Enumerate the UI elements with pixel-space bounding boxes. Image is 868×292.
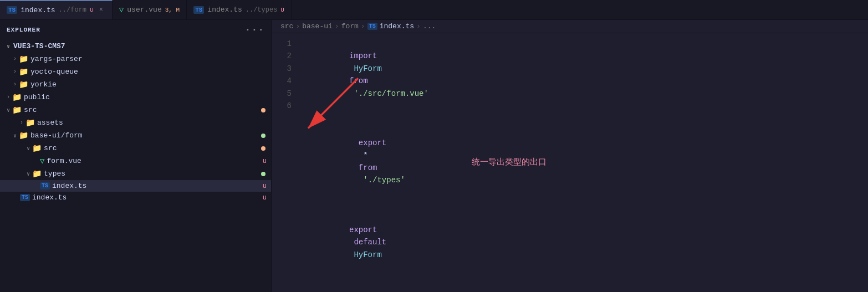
main-layout: EXPLORER ··· ∨ VUE3-TS-CMS7 › 📁 yargs-pa… <box>0 20 868 292</box>
folder-label: src <box>44 144 152 152</box>
folder-label: assets <box>37 119 271 127</box>
code-line-6 <box>303 273 868 285</box>
sidebar-item-root-index[interactable]: TS index.ts u <box>0 192 271 203</box>
folder-label: yocto-queue <box>30 68 271 76</box>
file-badge: u <box>263 182 267 190</box>
modified-dot <box>261 146 265 151</box>
file-badge: u <box>263 157 267 165</box>
tab-path: ../form <box>59 6 86 14</box>
folder-label: yargs-parser <box>30 55 271 63</box>
chevron-right-icon: › <box>20 120 23 126</box>
editor-area: src › base-ui › form › TS index.ts › ...… <box>272 20 868 292</box>
tab-user-vue[interactable]: ▽ user.vue 3, M <box>113 0 187 19</box>
ts-icon: TS <box>193 6 204 14</box>
sidebar-item-base-ui-form[interactable]: ∨ 📁 base-ui/form <box>0 129 271 142</box>
breadcrumb-form: form <box>341 22 359 30</box>
modified-dot <box>261 134 265 138</box>
code-line-1: import HyForm from './src/form.vue' <box>303 38 868 112</box>
tab-label: user.vue <box>127 6 161 14</box>
tab-index-ts-form[interactable]: TS index.ts ../form U × <box>0 0 113 19</box>
chevron-right-icon: › <box>13 56 17 62</box>
tab-badge: U <box>90 7 94 13</box>
breadcrumb-sep: › <box>335 22 339 30</box>
code-content[interactable]: import HyForm from './src/form.vue' expo… <box>298 38 868 288</box>
ts-icon: TS <box>7 6 17 14</box>
sidebar-item-src-inner[interactable]: ∨ 📁 src <box>0 142 271 155</box>
explorer-more-button[interactable]: ··· <box>245 24 264 35</box>
code-line-3: export * from './types' 统一导出类型的出口 <box>303 125 868 199</box>
identifier-hyform: HyForm <box>349 64 386 73</box>
file-label: index.ts <box>52 182 157 190</box>
vue-icon: ▽ <box>40 156 44 166</box>
line-numbers: 1 2 3 4 5 6 <box>272 38 298 288</box>
vue-icon: ▽ <box>119 5 124 14</box>
explorer-title: EXPLORER <box>7 27 40 33</box>
tab-close-button[interactable]: × <box>97 5 105 15</box>
folder-icon: 📁 <box>19 54 28 64</box>
string-path: './src/form.vue' <box>349 89 428 98</box>
code-editor[interactable]: 1 2 3 4 5 6 import HyForm from './src/fo… <box>272 33 868 292</box>
ts-icon: TS <box>40 182 50 189</box>
breadcrumb-base-ui: base-ui <box>302 22 333 30</box>
breadcrumb-sep: › <box>416 22 421 30</box>
breadcrumb-ellipsis: ... <box>423 22 436 30</box>
modified-dot <box>261 172 265 176</box>
sidebar-header: EXPLORER ··· <box>0 20 271 40</box>
folder-label: base-ui/form <box>30 131 146 140</box>
sidebar-root-item[interactable]: ∨ VUE3-TS-CMS7 <box>0 40 271 53</box>
file-label: form.vue <box>47 157 155 165</box>
tab-label: index.ts <box>207 6 242 14</box>
keyword-export: export <box>349 226 377 234</box>
folder-label: src <box>24 106 142 114</box>
breadcrumb-src: src <box>280 22 293 30</box>
sidebar-item-public[interactable]: › 📁 public <box>0 91 271 104</box>
folder-icon: 📁 <box>19 131 28 140</box>
sidebar-item-types-index[interactable]: TS index.ts u <box>0 180 271 192</box>
breadcrumb: src › base-ui › form › TS index.ts › ... <box>272 20 868 33</box>
keyword-export: export <box>359 139 386 147</box>
sidebar-item-yargs-parser[interactable]: › 📁 yargs-parser <box>0 53 271 65</box>
folder-icon: 📁 <box>12 93 22 102</box>
tab-badge: U <box>280 7 284 13</box>
keyword-from: from <box>349 76 368 85</box>
modified-dot <box>261 108 265 112</box>
chevron-down-icon: ∨ <box>7 43 10 50</box>
breadcrumb-sep: › <box>361 22 365 30</box>
chevron-down-icon: ∨ <box>7 107 10 114</box>
breadcrumb-file: index.ts <box>380 22 414 30</box>
code-line-4 <box>303 199 868 211</box>
identifier-hyform: HyForm <box>349 250 382 259</box>
folder-icon: 📁 <box>32 144 42 153</box>
code-line-5: export default HyForm <box>303 211 868 273</box>
sidebar-item-yorkie[interactable]: › 📁 yorkie <box>0 78 271 91</box>
file-label: index.ts <box>32 193 147 202</box>
keyword-default: default <box>349 238 386 247</box>
sidebar-item-src[interactable]: ∨ 📁 src <box>0 104 271 116</box>
chevron-right-icon: › <box>13 81 17 88</box>
annotation-text: 统一导出类型的出口 <box>472 155 547 168</box>
sidebar: EXPLORER ··· ∨ VUE3-TS-CMS7 › 📁 yargs-pa… <box>0 20 272 292</box>
breadcrumb-sep: › <box>295 22 300 30</box>
keyword-import: import <box>349 52 377 60</box>
chevron-down-icon: ∨ <box>27 171 30 177</box>
sidebar-item-types[interactable]: ∨ 📁 types <box>0 167 271 180</box>
tab-badge: 3, M <box>165 7 180 13</box>
string-path: './types' <box>359 176 405 185</box>
folder-icon: 📁 <box>12 105 22 115</box>
sidebar-item-yocto-queue[interactable]: › 📁 yocto-queue <box>0 65 271 78</box>
code-line-2 <box>303 112 868 124</box>
tab-index-ts-types[interactable]: TS index.ts ../types U <box>187 0 292 19</box>
chevron-down-icon: ∨ <box>27 145 30 152</box>
ts-icon: TS <box>367 23 377 30</box>
sidebar-item-form-vue[interactable]: ▽ form.vue u <box>0 155 271 167</box>
file-badge: u <box>263 194 267 202</box>
tab-bar: TS index.ts ../form U × ▽ user.vue 3, M … <box>0 0 868 20</box>
root-label: VUE3-TS-CMS7 <box>13 42 65 50</box>
ts-icon: TS <box>20 194 30 201</box>
folder-label: public <box>24 93 271 101</box>
chevron-right-icon: › <box>13 69 17 75</box>
folder-icon: 📁 <box>32 169 42 178</box>
folder-icon: 📁 <box>19 80 28 89</box>
sidebar-item-assets[interactable]: › 📁 assets <box>0 116 271 129</box>
operator-star: * <box>359 151 372 160</box>
